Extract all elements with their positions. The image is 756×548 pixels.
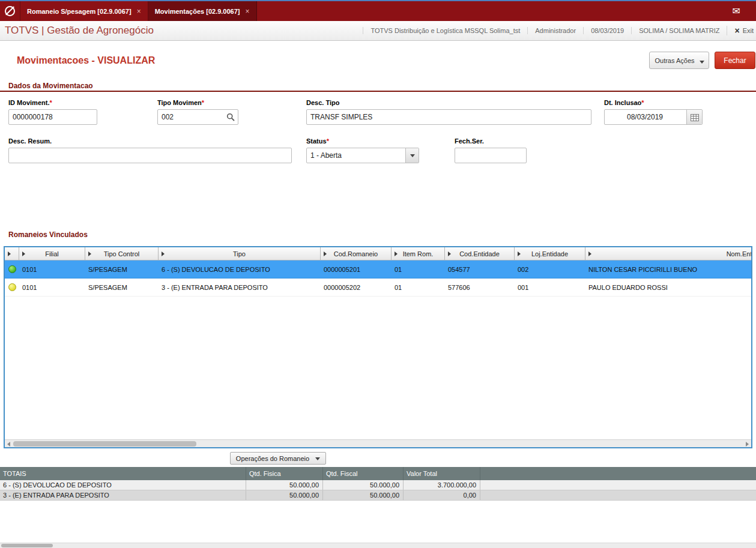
section-romaneios-vinculados-title: Romaneios Vinculados (8, 230, 88, 239)
status-cell (5, 265, 19, 273)
section-dados-movimentacao-title: Dados da Movimentacao (8, 82, 93, 90)
mail-icon[interactable]: ✉ (733, 5, 740, 17)
grid-header-cell[interactable]: Tipo (159, 247, 321, 260)
scrollbar-thumb[interactable] (1, 544, 53, 547)
grid-header-cell[interactable]: Item Rom. (392, 247, 445, 260)
field-desc-resum: Desc. Resum. (8, 137, 292, 163)
grid-cell: PAULO EDUARDO ROSSI (585, 284, 752, 291)
id-moviment-input[interactable] (8, 109, 97, 125)
calendar-icon[interactable] (686, 110, 702, 124)
grid-header-cell[interactable]: Tipo Control (85, 247, 159, 260)
fech-ser-input[interactable] (455, 148, 527, 163)
tab-label: Romaneio S/pesagem [02.9.0067] (27, 8, 132, 15)
totals-body: 6 - (S) DEVOLUCAO DE DEPOSITO50.000,0050… (0, 480, 756, 501)
grid-row[interactable]: 0101S/PESAGEM3 - (E) ENTRADA PARA DEPOSI… (5, 279, 752, 297)
window-tab[interactable]: Romaneio S/pesagem [02.9.0067]× (20, 1, 148, 21)
status-select[interactable]: 1 - Aberta (306, 148, 419, 163)
desc-resum-input[interactable] (8, 148, 292, 163)
dt-inclusao-label: Dt. Inclusao* (604, 99, 703, 106)
grid-header-cell[interactable] (5, 247, 19, 260)
column-label: Cod.Entidade (451, 250, 514, 257)
totals-row: 3 - (E) ENTRADA PARA DEPOSITO50.000,0050… (0, 490, 756, 501)
scrollbar-thumb[interactable] (13, 441, 196, 447)
grid-header-cell[interactable]: Nom.Entidade (585, 247, 752, 260)
grid-header-cell[interactable]: Loj.Entidade (515, 247, 585, 260)
column-label: Nom.Entidade (591, 250, 752, 257)
column-label: Loj.Entidade (521, 250, 585, 257)
grid-cell: 577606 (445, 284, 515, 291)
totals-header: TOTAISQtd. FisicaQtd. FiscalValor Total (0, 467, 756, 480)
status-value: 1 - Aberta (307, 151, 405, 160)
header-context-item: TOTVS Distribuição e Logística MSSQL Sol… (363, 27, 527, 34)
tab-label: Movimentações [02.9.0067] (155, 8, 240, 15)
grid-cell: 0101 (19, 284, 85, 291)
grid-cell: 001 (515, 284, 585, 291)
totals-cell: 3 - (E) ENTRADA PARA DEPOSITO (0, 490, 246, 500)
field-tipo-movimen: Tipo Movimen* (157, 99, 238, 125)
tab-close-icon[interactable]: × (137, 7, 141, 16)
totals-header-cell: Qtd. Fisica (246, 467, 323, 480)
grid-cell: 01 (392, 266, 445, 273)
grid-cell: 01 (392, 284, 445, 291)
field-id-moviment: ID Moviment.* (8, 99, 97, 125)
grid-horizontal-scrollbar[interactable] (5, 439, 751, 447)
outras-acoes-label: Outras Ações (650, 57, 700, 64)
totals-cell: 3.700.000,00 (404, 480, 480, 490)
tab-close-icon[interactable]: × (246, 7, 250, 16)
label-text: Desc. Resum. (8, 137, 52, 145)
app-brand: TOTVS | Gestão de Agronegócio (0, 25, 154, 37)
label-text: Desc. Tipo (306, 99, 339, 106)
grid-cell: 002 (515, 266, 585, 273)
scroll-left-icon[interactable] (7, 442, 10, 447)
column-label: Item Rom. (398, 250, 444, 257)
required-marker: * (327, 137, 329, 145)
column-label: Cod.Romaneio (327, 250, 391, 257)
totals-row-filler (480, 480, 756, 490)
outras-acoes-button[interactable]: Outras Ações (649, 52, 709, 69)
totals-table: TOTAISQtd. FisicaQtd. FiscalValor Total … (0, 467, 756, 501)
status-dropdown-button[interactable] (405, 148, 419, 163)
required-marker: * (641, 99, 644, 106)
totals-cell: 50.000,00 (246, 480, 323, 490)
grid-header-cell[interactable]: Cod.Romaneio (321, 247, 392, 260)
header-context: TOTVS Distribuição e Logística MSSQL Sol… (363, 27, 727, 34)
chevron-down-icon (315, 457, 320, 460)
status-cell (5, 283, 19, 291)
tab-strip: Romaneio S/pesagem [02.9.0067]×Movimenta… (20, 1, 257, 21)
grid-row[interactable]: 0101S/PESAGEM6 - (S) DEVOLUCAO DE DEPOSI… (5, 260, 752, 279)
operacoes-romaneio-button[interactable]: Operações do Romaneio (230, 452, 326, 465)
page-horizontal-scrollbar[interactable] (0, 543, 756, 548)
header-context-item: 08/03/2019 (583, 27, 631, 34)
totals-header-cell: Valor Total (404, 467, 480, 480)
chevron-down-icon (410, 154, 415, 157)
fechar-button[interactable]: Fechar (715, 52, 755, 69)
label-text: Tipo Movimen (157, 99, 202, 106)
label-text: Status (306, 137, 327, 145)
totals-row-filler (480, 490, 756, 500)
totals-header-cell: Qtd. Fiscal (323, 467, 404, 480)
grid-cell: 0000005201 (321, 266, 392, 273)
grid-header: FilialTipo ControlTipoCod.RomaneioItem R… (5, 247, 752, 260)
label-text: Fech.Ser. (455, 137, 484, 145)
totals-header-filler (480, 467, 756, 480)
scroll-right-icon[interactable] (746, 442, 749, 447)
desc-tipo-input[interactable] (306, 109, 591, 125)
column-label: Tipo Control (91, 250, 158, 257)
required-marker: * (49, 99, 52, 106)
window-tab[interactable]: Movimentações [02.9.0067]× (148, 1, 257, 21)
grid-header-cell[interactable]: Filial (19, 247, 85, 260)
totals-cell: 6 - (S) DEVOLUCAO DE DEPOSITO (0, 480, 246, 490)
grid-cell: NILTON CESAR PICCIRILLI BUENO (585, 266, 752, 273)
totals-cell: 50.000,00 (246, 490, 323, 500)
exit-label: Exit (743, 27, 754, 34)
exit-button[interactable]: × Exit (727, 26, 756, 35)
page-title: Movimentacoes - VISUALIZAR (17, 55, 155, 66)
search-icon[interactable] (226, 113, 235, 121)
field-fech-ser: Fech.Ser. (455, 137, 527, 163)
grid-cell: 3 - (E) ENTRADA PARA DEPOSITO (159, 284, 321, 291)
grid-cell: S/PESAGEM (85, 284, 159, 291)
column-label: Tipo (165, 250, 320, 257)
grid-header-cell[interactable]: Cod.Entidade (445, 247, 515, 260)
totals-row: 6 - (S) DEVOLUCAO DE DEPOSITO50.000,0050… (0, 480, 756, 490)
app-header: TOTVS | Gestão de Agronegócio TOTVS Dist… (0, 21, 756, 41)
